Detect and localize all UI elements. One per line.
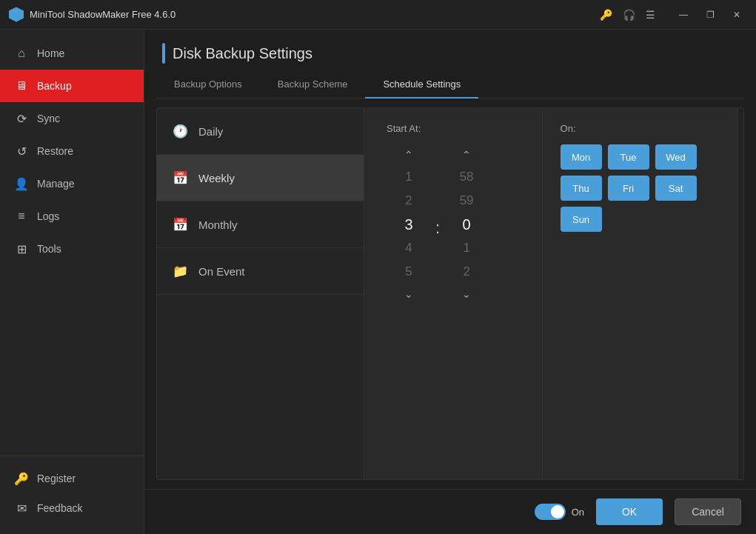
- hours-column: ⌃ 1 2 3 4 5 ⌄: [387, 144, 431, 304]
- schedule-label-daily: Daily: [198, 125, 223, 138]
- schedule-item-monthly[interactable]: 📅 Monthly: [157, 201, 364, 248]
- toggle-knob: [551, 505, 564, 518]
- page-header: Disk Backup Settings: [144, 30, 756, 71]
- schedule-label-on-event: On Event: [198, 265, 245, 278]
- schedule-right: Start At: ⌃ 1 2 3 4 5 ⌄ :: [364, 108, 743, 479]
- close-button[interactable]: ✕: [726, 4, 747, 25]
- minutes-column: ⌃ 58 59 0 1 2 ⌄: [444, 144, 489, 304]
- minimize-button[interactable]: —: [673, 4, 694, 25]
- monthly-icon: 📅: [172, 216, 188, 233]
- start-at-label: Start At:: [387, 123, 520, 134]
- cancel-button[interactable]: Cancel: [675, 498, 741, 525]
- window-controls: — ❐ ✕: [673, 4, 747, 25]
- day-mon[interactable]: Mon: [561, 144, 602, 170]
- min-1: 58: [444, 165, 489, 189]
- minutes-up-arrow[interactable]: ⌃: [453, 144, 480, 165]
- ok-button[interactable]: OK: [596, 498, 663, 525]
- sidebar-item-backup[interactable]: 🖥 Backup: [0, 70, 144, 102]
- title-bar: MiniTool ShadowMaker Free 4.6.0 🔑 🎧 ☰ — …: [0, 0, 756, 30]
- main-content: Disk Backup Settings Backup Options Back…: [144, 30, 756, 534]
- toggle-label: On: [572, 507, 584, 518]
- sidebar-item-home[interactable]: ⌂ Home: [0, 37, 144, 70]
- app-title: MiniTool ShadowMaker Free 4.6.0: [30, 9, 600, 20]
- min-4: 1: [444, 236, 489, 260]
- min-selected: 0: [444, 213, 489, 236]
- hours-up-arrow[interactable]: ⌃: [395, 144, 422, 165]
- day-fri[interactable]: Fri: [608, 176, 649, 201]
- scrollbar[interactable]: [737, 108, 743, 479]
- sidebar-item-logs[interactable]: ≡ Logs: [0, 200, 144, 233]
- sidebar-label-home: Home: [37, 47, 64, 59]
- manage-icon: 👤: [15, 177, 28, 190]
- restore-icon: ↺: [15, 144, 28, 158]
- app-logo: [9, 7, 24, 22]
- sidebar-label-logs: Logs: [37, 210, 59, 222]
- sidebar-label-register: Register: [37, 473, 76, 484]
- sidebar-label-tools: Tools: [37, 243, 61, 255]
- header-accent-bar: [162, 43, 165, 64]
- hour-selected: 3: [387, 213, 431, 236]
- daily-icon: 🕐: [172, 123, 188, 139]
- day-sun[interactable]: Sun: [561, 207, 602, 232]
- weekly-icon: 📅: [172, 170, 188, 186]
- tab-backup-scheme[interactable]: Backup Scheme: [260, 71, 366, 99]
- tab-schedule-settings[interactable]: Schedule Settings: [365, 71, 478, 99]
- hour-1: 1: [387, 165, 431, 189]
- sidebar-nav: ⌂ Home 🖥 Backup ⟳ Sync ↺ Restore 👤 Manag…: [0, 30, 144, 455]
- day-row-2: Thu Fri Sat: [561, 176, 720, 201]
- schedule-label-weekly: Weekly: [198, 172, 235, 184]
- toggle-wrap: On: [535, 504, 584, 520]
- schedule-panel: 🕐 Daily 📅 Weekly 📅 Monthly 📁 On Event: [156, 107, 744, 480]
- page-title: Disk Backup Settings: [173, 45, 312, 62]
- on-label: On:: [561, 123, 720, 134]
- home-icon: ⌂: [15, 47, 28, 60]
- tools-icon: ⊞: [15, 242, 28, 256]
- schedule-list: 🕐 Daily 📅 Weekly 📅 Monthly 📁 On Event: [157, 108, 364, 479]
- hours-down-arrow[interactable]: ⌄: [395, 284, 422, 304]
- hour-5: 5: [387, 260, 431, 284]
- min-5: 2: [444, 260, 489, 284]
- sidebar: ⌂ Home 🖥 Backup ⟳ Sync ↺ Restore 👤 Manag…: [0, 30, 144, 534]
- day-row-1: Mon Tue Wed: [561, 144, 720, 170]
- sidebar-item-manage[interactable]: 👤 Manage: [0, 167, 144, 200]
- time-scroll: ⌃ 1 2 3 4 5 ⌄ : ⌃ 58: [387, 144, 520, 304]
- toggle-switch[interactable]: [535, 504, 566, 520]
- key-icon[interactable]: 🔑: [600, 9, 612, 21]
- hour-2: 2: [387, 189, 431, 213]
- time-separator: :: [431, 218, 444, 238]
- sidebar-item-restore[interactable]: ↺ Restore: [0, 135, 144, 167]
- app-layout: ⌂ Home 🖥 Backup ⟳ Sync ↺ Restore 👤 Manag…: [0, 30, 756, 534]
- register-icon: 🔑: [15, 472, 28, 485]
- day-thu[interactable]: Thu: [561, 176, 602, 201]
- tab-backup-options[interactable]: Backup Options: [156, 71, 260, 99]
- headphone-icon[interactable]: 🎧: [623, 9, 635, 21]
- maximize-button[interactable]: ❐: [700, 4, 720, 25]
- day-picker: On: Mon Tue Wed Thu Fri Sat: [543, 108, 737, 479]
- sidebar-item-sync[interactable]: ⟳ Sync: [0, 102, 144, 135]
- day-wed[interactable]: Wed: [655, 144, 697, 170]
- titlebar-actions: 🔑 🎧 ☰ — ❐ ✕: [600, 4, 747, 25]
- day-row-3: Sun: [561, 207, 720, 232]
- sync-icon: ⟳: [15, 112, 28, 125]
- on-event-icon: 📁: [172, 263, 188, 279]
- sidebar-item-feedback[interactable]: ✉ Feedback: [0, 493, 144, 523]
- sidebar-item-register[interactable]: 🔑 Register: [0, 464, 144, 493]
- sidebar-label-manage: Manage: [37, 178, 75, 190]
- schedule-item-on-event[interactable]: 📁 On Event: [157, 248, 364, 295]
- hour-4: 4: [387, 236, 431, 260]
- day-sat[interactable]: Sat: [655, 176, 697, 201]
- tab-bar: Backup Options Backup Scheme Schedule Se…: [156, 71, 744, 99]
- bottom-bar: On OK Cancel: [144, 489, 756, 534]
- menu-icon[interactable]: ☰: [646, 9, 655, 21]
- schedule-item-weekly[interactable]: 📅 Weekly: [157, 155, 364, 201]
- sidebar-item-tools[interactable]: ⊞ Tools: [0, 233, 144, 265]
- schedule-label-monthly: Monthly: [198, 218, 238, 231]
- schedule-item-daily[interactable]: 🕐 Daily: [157, 108, 364, 155]
- day-tue[interactable]: Tue: [608, 144, 649, 170]
- sidebar-bottom: 🔑 Register ✉ Feedback: [0, 455, 144, 534]
- minutes-down-arrow[interactable]: ⌄: [453, 284, 480, 304]
- sidebar-label-feedback: Feedback: [37, 502, 82, 514]
- min-2: 59: [444, 189, 489, 213]
- backup-icon: 🖥: [15, 79, 28, 93]
- time-picker: Start At: ⌃ 1 2 3 4 5 ⌄ :: [364, 108, 543, 479]
